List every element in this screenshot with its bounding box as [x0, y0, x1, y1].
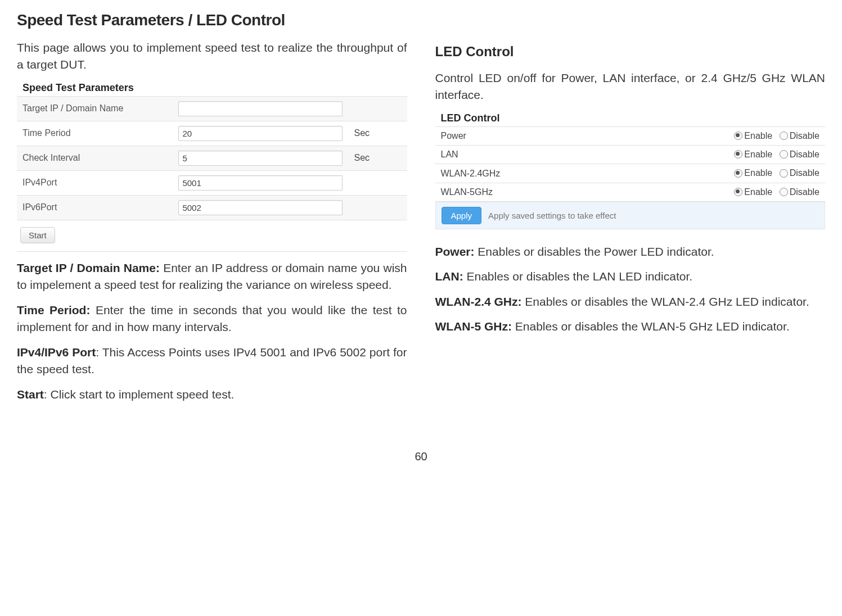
- target-ip-input[interactable]: [178, 101, 342, 116]
- desc-ipv-port: IPv4/IPv6 Port: This Access Points uses …: [17, 344, 407, 378]
- led-panel-title: LED Control: [441, 112, 826, 124]
- desc-start-bold: Start: [17, 388, 44, 401]
- lan-disable-radio[interactable]: [780, 150, 788, 158]
- desc-time-period: Time Period: Enter the time in seconds t…: [17, 302, 407, 336]
- desc-power: Power: Enables or disables the Power LED…: [435, 243, 826, 260]
- time-period-input[interactable]: [178, 126, 342, 141]
- unit-check-interval: Sec: [348, 146, 407, 170]
- page-number: 60: [17, 450, 825, 463]
- speed-test-panel-title: Speed Test Parameters: [22, 82, 407, 94]
- power-enable-radio[interactable]: [734, 132, 742, 140]
- start-button[interactable]: Start: [20, 227, 55, 243]
- wlan5-enable-label: Enable: [744, 187, 772, 197]
- row-time-period: Time Period Sec: [17, 121, 407, 146]
- row-target-ip: Target IP / Domain Name: [17, 96, 407, 121]
- row-ipv6-port: IPv6Port: [17, 195, 407, 220]
- desc-lan: LAN: Enables or disables the LAN LED ind…: [435, 268, 826, 285]
- ipv6-port-input[interactable]: [178, 200, 342, 215]
- unit-target-ip: [348, 96, 407, 121]
- lan-enable-radio[interactable]: [734, 150, 742, 158]
- unit-time-period: Sec: [348, 121, 407, 146]
- apply-row: Apply Apply saved settings to take effec…: [435, 202, 826, 229]
- label-target-ip: Target IP / Domain Name: [17, 96, 173, 121]
- label-ipv4-port: IPv4Port: [17, 170, 173, 195]
- desc-time-period-bold: Time Period:: [17, 304, 96, 316]
- wlan24-enable-label: Enable: [744, 168, 772, 178]
- label-wlan5: WLAN-5GHz: [435, 183, 596, 201]
- desc-wlan24-text: Enables or disables the WLAN-2.4 GHz LED…: [525, 295, 809, 308]
- ipv4-port-input[interactable]: [178, 175, 342, 191]
- led-control-table: Power Enable Disable LAN Enable Disable …: [435, 126, 826, 202]
- wlan5-enable-radio[interactable]: [734, 188, 742, 196]
- row-lan: LAN Enable Disable: [435, 146, 826, 164]
- wlan24-enable-radio[interactable]: [734, 169, 742, 178]
- speed-test-intro: This page allows you to implement speed …: [17, 39, 407, 74]
- desc-start-text: : Click start to implement speed test.: [44, 388, 234, 401]
- desc-start: Start: Click start to implement speed te…: [17, 386, 407, 403]
- page-title: Speed Test Parameters / LED Control: [17, 11, 825, 29]
- apply-note: Apply saved settings to take effect: [488, 211, 616, 220]
- led-control-heading: LED Control: [435, 44, 826, 60]
- desc-ipv-port-bold: IPv4/IPv6 Port: [17, 346, 96, 359]
- power-disable-label: Disable: [790, 131, 820, 141]
- wlan24-disable-label: Disable: [790, 168, 820, 178]
- lan-enable-label: Enable: [744, 150, 772, 159]
- desc-wlan5: WLAN-5 GHz: Enables or disables the WLAN…: [435, 318, 826, 335]
- wlan5-disable-radio[interactable]: [780, 188, 788, 196]
- wlan24-disable-radio[interactable]: [780, 169, 788, 178]
- label-wlan24: WLAN-2.4GHz: [435, 164, 596, 183]
- wlan5-disable-label: Disable: [790, 187, 820, 197]
- power-disable-radio[interactable]: [780, 132, 788, 140]
- desc-wlan5-bold: WLAN-5 GHz:: [435, 320, 515, 333]
- desc-power-bold: Power:: [435, 245, 478, 258]
- right-column: LED Control Control LED on/off for Power…: [435, 39, 826, 411]
- label-ipv6-port: IPv6Port: [17, 195, 173, 220]
- label-power: Power: [435, 126, 596, 145]
- label-check-interval: Check Interval: [17, 146, 173, 170]
- row-wlan5: WLAN-5GHz Enable Disable: [435, 183, 826, 201]
- lan-disable-label: Disable: [790, 150, 820, 159]
- desc-wlan24-bold: WLAN-2.4 GHz:: [435, 295, 525, 308]
- row-ipv4-port: IPv4Port: [17, 170, 407, 195]
- row-power: Power Enable Disable: [435, 126, 826, 145]
- desc-lan-bold: LAN:: [435, 270, 467, 283]
- unit-ipv6-port: [348, 195, 407, 220]
- desc-power-text: Enables or disables the Power LED indica…: [478, 245, 714, 258]
- row-check-interval: Check Interval Sec: [17, 146, 407, 170]
- label-time-period: Time Period: [17, 121, 173, 146]
- check-interval-input[interactable]: [178, 151, 342, 166]
- unit-ipv4-port: [348, 170, 407, 195]
- desc-target-ip: Target IP / Domain Name: Enter an IP add…: [17, 260, 407, 294]
- desc-wlan5-text: Enables or disables the WLAN-5 GHz LED i…: [515, 320, 790, 333]
- row-wlan24: WLAN-2.4GHz Enable Disable: [435, 164, 826, 183]
- led-control-intro: Control LED on/off for Power, LAN interf…: [435, 70, 826, 104]
- desc-target-ip-bold: Target IP / Domain Name:: [17, 261, 163, 274]
- label-lan: LAN: [435, 146, 596, 164]
- power-enable-label: Enable: [744, 131, 772, 141]
- two-column-layout: This page allows you to implement speed …: [17, 39, 825, 411]
- left-column: This page allows you to implement speed …: [17, 39, 407, 411]
- desc-lan-text: Enables or disables the LAN LED indicato…: [467, 270, 693, 283]
- desc-wlan24: WLAN-2.4 GHz: Enables or disables the WL…: [435, 293, 826, 310]
- divider: [17, 251, 407, 252]
- speed-test-params-table: Target IP / Domain Name Time Period Sec …: [17, 96, 407, 220]
- apply-button[interactable]: Apply: [442, 207, 482, 224]
